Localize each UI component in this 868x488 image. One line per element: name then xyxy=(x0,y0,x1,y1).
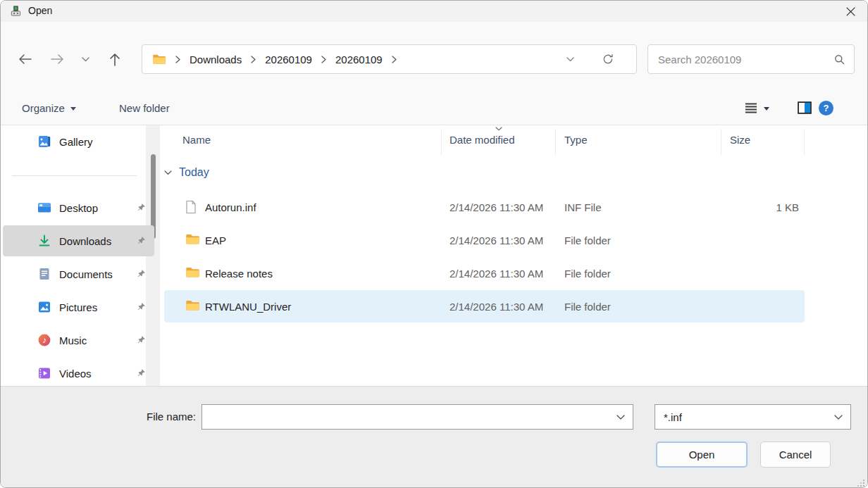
sidebar-item-music[interactable]: ♪ Music xyxy=(3,325,154,356)
sidebar-item-pictures[interactable]: Pictures xyxy=(3,292,154,323)
help-icon: ? xyxy=(819,101,833,115)
content-area: Gallery Desktop xyxy=(1,125,867,386)
sidebar-item-videos[interactable]: Videos xyxy=(3,358,154,389)
sidebar-item-gallery[interactable]: Gallery xyxy=(3,126,154,157)
folder-icon xyxy=(152,54,166,65)
gallery-icon xyxy=(37,134,51,149)
file-type: File folder xyxy=(564,290,611,323)
file-type-select[interactable]: *.inf xyxy=(655,404,851,430)
chevron-down-icon[interactable] xyxy=(616,415,625,420)
up-arrow-icon xyxy=(109,53,120,66)
column-header-name[interactable]: Name xyxy=(182,134,211,146)
file-type-value: *.inf xyxy=(664,411,682,423)
column-header-type[interactable]: Type xyxy=(564,134,588,146)
sidebar-item-label: Music xyxy=(59,334,87,346)
column-divider[interactable] xyxy=(721,129,721,156)
folder-icon xyxy=(185,233,200,245)
open-dialog: Open xyxy=(0,0,868,488)
open-button-label: Open xyxy=(689,449,715,461)
breadcrumb-chevron-icon[interactable] xyxy=(392,56,397,63)
toolbar: Organize New folder ? xyxy=(1,91,867,125)
breadcrumb-segment[interactable]: 20260109 xyxy=(265,54,312,65)
file-name-label: File name: xyxy=(71,404,196,430)
file-name-combo xyxy=(202,404,633,430)
file-date-modified: 2/14/2026 11:30 AM xyxy=(450,257,543,289)
column-divider[interactable] xyxy=(441,129,442,156)
breadcrumb-chevron-icon[interactable] xyxy=(175,56,180,63)
cancel-button-label: Cancel xyxy=(779,449,812,461)
address-bar[interactable]: Downloads 20260109 20260109 xyxy=(142,44,637,74)
file-name: EAP xyxy=(205,224,226,256)
folder-icon xyxy=(185,299,200,311)
resize-grip[interactable] xyxy=(856,478,865,487)
table-row[interactable]: Release notes 2/14/2026 11:30 AM File fo… xyxy=(164,257,805,289)
sidebar-item-label: Pictures xyxy=(59,301,97,313)
address-dropdown-button[interactable] xyxy=(566,45,574,73)
search-icon xyxy=(834,54,845,65)
preview-pane-icon xyxy=(798,101,812,114)
new-folder-button[interactable]: New folder xyxy=(119,91,170,125)
navigation-pane: Gallery Desktop xyxy=(1,125,160,386)
column-header-date-modified[interactable]: Date modified xyxy=(450,134,515,146)
column-divider[interactable] xyxy=(555,129,556,156)
up-button[interactable] xyxy=(99,44,130,74)
file-date-modified: 2/14/2026 11:30 AM xyxy=(450,224,543,256)
pin-icon xyxy=(137,203,146,212)
music-icon: ♪ xyxy=(37,333,51,347)
sidebar-item-desktop[interactable]: Desktop xyxy=(3,192,154,223)
forward-button[interactable] xyxy=(42,44,73,74)
group-header-today[interactable]: Today xyxy=(164,162,209,183)
breadcrumb-segment[interactable]: 20260109 xyxy=(335,54,383,65)
open-button[interactable]: Open xyxy=(656,442,748,468)
pin-icon xyxy=(137,269,146,278)
navigation-bar: Downloads 20260109 20260109 xyxy=(1,22,867,91)
file-size xyxy=(730,290,799,323)
preview-pane-button[interactable] xyxy=(798,91,812,125)
breadcrumb-chevron-icon[interactable] xyxy=(321,56,326,63)
help-button[interactable]: ? xyxy=(819,91,833,125)
chevron-down-icon xyxy=(834,415,843,420)
organize-button[interactable]: Organize xyxy=(22,91,76,125)
refresh-icon xyxy=(602,54,614,65)
pictures-icon xyxy=(37,300,51,314)
table-row-highlighted[interactable]: RTWLANU_Driver 2/14/2026 11:30 AM File f… xyxy=(164,290,805,323)
back-button[interactable] xyxy=(9,44,40,74)
chevron-down-icon xyxy=(164,170,172,175)
title-bar: Open xyxy=(1,1,867,22)
file-list: Name Date modified Type Size Today xyxy=(163,125,866,386)
desktop-icon xyxy=(37,201,51,215)
sidebar-item-label: Desktop xyxy=(59,202,98,214)
back-arrow-icon xyxy=(18,54,32,65)
recent-locations-button[interactable] xyxy=(75,44,95,74)
column-header-size[interactable]: Size xyxy=(730,134,750,146)
pin-icon xyxy=(137,335,146,344)
file-name: Release notes xyxy=(205,257,273,289)
breadcrumb-chevron-icon[interactable] xyxy=(251,56,256,63)
sort-indicator-icon xyxy=(495,127,502,131)
file-icon xyxy=(185,200,197,214)
column-divider[interactable] xyxy=(804,129,805,156)
file-name: RTWLANU_Driver xyxy=(205,290,291,323)
search-input[interactable] xyxy=(648,45,854,73)
view-mode-button[interactable] xyxy=(745,91,769,125)
cancel-button[interactable]: Cancel xyxy=(760,442,831,468)
new-folder-label: New folder xyxy=(119,102,170,114)
sidebar-item-label: Videos xyxy=(59,368,92,380)
pin-icon xyxy=(137,236,146,245)
breadcrumb-segment[interactable]: Downloads xyxy=(190,54,242,65)
search-box xyxy=(647,44,855,74)
group-label: Today xyxy=(179,166,209,179)
folder-icon xyxy=(185,266,200,278)
file-size xyxy=(730,224,799,256)
refresh-button[interactable] xyxy=(602,45,614,73)
file-name: Autorun.inf xyxy=(205,191,256,223)
table-row[interactable]: EAP 2/14/2026 11:30 AM File folder xyxy=(164,224,805,256)
sidebar-item-downloads[interactable]: Downloads xyxy=(3,225,154,256)
file-name-input[interactable] xyxy=(202,405,612,429)
close-button[interactable] xyxy=(834,1,867,22)
chevron-down-icon xyxy=(70,107,76,111)
sidebar-item-documents[interactable]: Documents xyxy=(3,258,154,289)
table-row[interactable]: Autorun.inf 2/14/2026 11:30 AM INF File … xyxy=(164,191,805,223)
file-date-modified: 2/14/2026 11:30 AM xyxy=(450,290,543,323)
file-type: File folder xyxy=(564,224,611,256)
